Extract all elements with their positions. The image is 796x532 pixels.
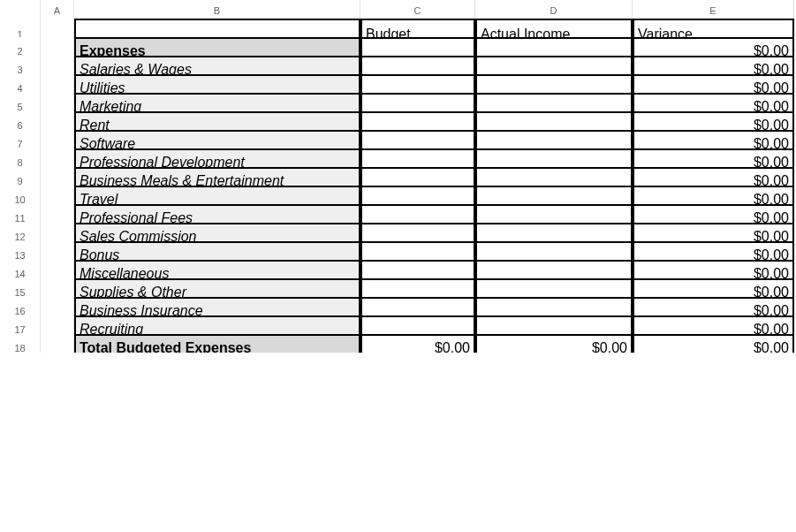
totals-variance[interactable]: $0.00 [633, 334, 794, 353]
totals-actual[interactable]: $0.00 [475, 334, 633, 353]
cell-a18[interactable] [41, 334, 74, 353]
row-header-18[interactable]: 18 [0, 334, 41, 353]
spreadsheet-grid[interactable]: ABCDE1BudgetActual IncomeVariance2Expens… [0, 0, 796, 353]
totals-label[interactable]: Total Budgeted Expenses [74, 334, 360, 353]
totals-budget[interactable]: $0.00 [360, 334, 475, 353]
